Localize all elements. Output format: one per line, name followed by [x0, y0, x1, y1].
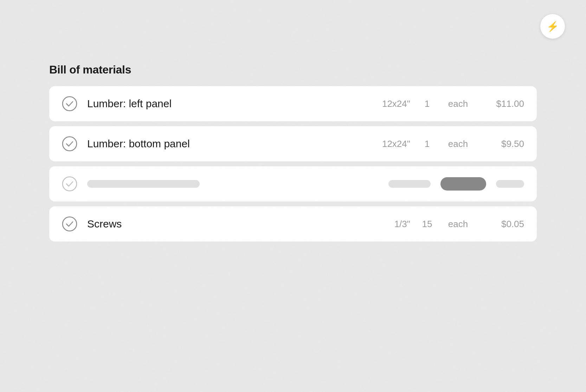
item-unit-1: each	[444, 98, 472, 109]
svg-point-3	[63, 217, 77, 231]
check-icon-3	[62, 176, 77, 192]
bom-row: Lumber: bottom panel 12x24" 1 each $9.50	[49, 126, 537, 161]
item-name-2: Lumber: bottom panel	[87, 138, 358, 150]
svg-point-1	[63, 137, 77, 151]
item-qty-2: 1	[420, 139, 434, 149]
item-price-4: $0.05	[482, 219, 524, 230]
item-unit-2: each	[444, 139, 472, 149]
item-spec-2: 12x24"	[368, 139, 410, 149]
skeleton-name	[87, 180, 200, 188]
check-icon-1	[62, 96, 77, 111]
bom-row: Lumber: left panel 12x24" 1 each $11.00	[49, 86, 537, 121]
item-spec-1: 12x24"	[368, 98, 410, 109]
item-name-4: Screws	[87, 218, 358, 230]
item-price-1: $11.00	[482, 98, 524, 109]
check-icon-2	[62, 136, 77, 152]
bom-row: Screws 1/3" 15 each $0.05	[49, 206, 537, 242]
main-content: Bill of materials Lumber: left panel 12x…	[49, 63, 537, 242]
lightning-button[interactable]: ⚡	[540, 14, 565, 39]
check-icon-4	[62, 216, 77, 232]
lightning-icon: ⚡	[547, 21, 559, 32]
item-unit-4: each	[444, 219, 472, 230]
item-qty-4: 15	[420, 219, 434, 230]
skeleton-content	[87, 177, 524, 191]
item-price-2: $9.50	[482, 139, 524, 149]
skeleton-spec	[388, 180, 431, 188]
item-name-1: Lumber: left panel	[87, 98, 358, 110]
item-qty-1: 1	[420, 98, 434, 109]
skeleton-qty-active	[440, 177, 486, 191]
bom-list: Lumber: left panel 12x24" 1 each $11.00 …	[49, 86, 537, 242]
item-spec-4: 1/3"	[368, 219, 410, 230]
section-title: Bill of materials	[49, 63, 537, 76]
skeleton-price	[496, 180, 524, 188]
bom-row-loading	[49, 166, 537, 201]
page-container: ⚡ Bill of materials Lumber: left panel 1…	[0, 0, 586, 392]
svg-point-0	[63, 97, 77, 111]
svg-point-2	[63, 177, 77, 191]
